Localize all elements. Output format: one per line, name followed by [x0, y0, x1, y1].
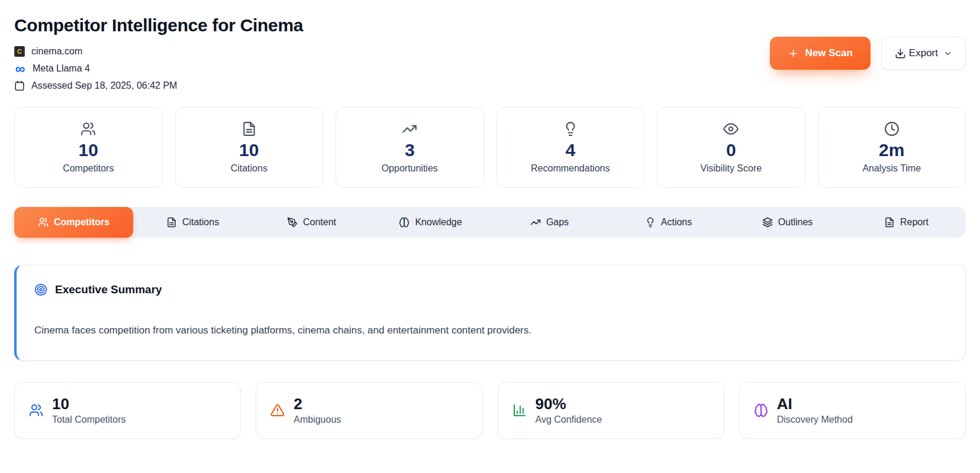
- stat-card-analysis-time: 2m Analysis Time: [818, 107, 966, 188]
- metric-text: 2 Ambiguous: [294, 396, 341, 426]
- stat-label: Competitors: [63, 163, 114, 174]
- metric-value: AI: [777, 396, 853, 413]
- metric-card-avg-confidence: 90% Avg Confidence: [498, 382, 724, 439]
- file-text-icon: [166, 217, 177, 228]
- stat-card-visibility-score: 0 Visibility Score: [657, 107, 805, 188]
- export-label: Export: [909, 47, 938, 59]
- assessed-row: Assessed Sep 18, 2025, 06:42 PM: [14, 79, 966, 92]
- stat-value: 10: [79, 141, 98, 160]
- metric-card-total-competitors: 10 Total Competitors: [14, 382, 241, 439]
- layers-icon: [762, 217, 773, 228]
- metric-value: 10: [52, 396, 126, 413]
- tab-outlines[interactable]: Outlines: [728, 207, 847, 238]
- new-scan-button[interactable]: New Scan: [770, 37, 871, 70]
- metric-text: AI Discovery Method: [777, 396, 853, 426]
- target-icon: [34, 283, 47, 296]
- meta-infinity-icon: ∞: [14, 63, 26, 74]
- users-icon: [38, 217, 49, 228]
- site-favicon-icon: C: [14, 46, 25, 57]
- dashboard-page: Competitor Intelligence for Cinema C cin…: [0, 0, 980, 439]
- model-label: Meta Llama 4: [33, 63, 90, 74]
- stat-card-citations: 10 Citations: [175, 107, 324, 188]
- tab-label: Content: [303, 217, 336, 228]
- clock-icon: [884, 121, 900, 137]
- users-icon: [80, 121, 96, 137]
- pen-tool-icon: [287, 217, 298, 228]
- stat-label: Citations: [231, 163, 267, 174]
- users-icon: [29, 403, 43, 417]
- calendar-icon: [14, 80, 25, 91]
- stat-value: 2m: [879, 141, 904, 160]
- stat-label: Opportunities: [382, 163, 438, 174]
- tab-label: Actions: [661, 217, 692, 228]
- file-text-icon: [884, 217, 895, 228]
- stat-label: Visibility Score: [700, 163, 762, 174]
- stat-value: 0: [726, 141, 736, 160]
- trending-up-icon: [402, 121, 417, 137]
- stat-value: 3: [405, 141, 415, 160]
- plus-icon: [788, 48, 799, 59]
- bar-chart-icon: [512, 403, 527, 417]
- metric-label: Ambiguous: [294, 414, 341, 425]
- tab-content[interactable]: Content: [252, 207, 371, 238]
- metric-label: Discovery Method: [777, 414, 853, 425]
- chevron-down-icon: [941, 49, 952, 58]
- metric-cards-row: 10 Total Competitors 2 Ambiguous 90% Avg…: [14, 382, 966, 439]
- stat-value: 10: [239, 141, 259, 160]
- tab-bar: Competitors Citations Content Knowledge …: [14, 207, 966, 238]
- tab-knowledge[interactable]: Knowledge: [371, 207, 490, 238]
- download-icon: [895, 48, 906, 59]
- header-actions: New Scan Export: [770, 37, 966, 70]
- metric-text: 90% Avg Confidence: [536, 396, 602, 426]
- tab-label: Competitors: [54, 217, 109, 228]
- trending-up-icon: [530, 217, 541, 228]
- tab-label: Knowledge: [415, 217, 462, 228]
- metric-value: 2: [294, 396, 341, 413]
- executive-summary-title: Executive Summary: [55, 283, 162, 296]
- lightbulb-icon: [563, 121, 578, 137]
- brain-icon: [399, 217, 410, 228]
- tab-label: Gaps: [546, 217, 569, 228]
- metric-text: 10 Total Competitors: [52, 396, 126, 426]
- tab-citations[interactable]: Citations: [133, 207, 252, 238]
- metric-label: Total Competitors: [52, 414, 126, 425]
- stat-card-competitors: 10 Competitors: [14, 107, 163, 188]
- new-scan-label: New Scan: [805, 47, 853, 59]
- stat-cards-row: 10 Competitors 10 Citations 3 Opportunit…: [14, 107, 966, 188]
- stat-card-opportunities: 3 Opportunities: [336, 107, 484, 188]
- stat-label: Recommendations: [531, 163, 610, 174]
- tab-label: Report: [900, 217, 929, 228]
- executive-summary-card: Executive Summary Cinema faces competiti…: [14, 265, 966, 361]
- metric-card-discovery-method: AI Discovery Method: [739, 382, 966, 439]
- metric-label: Avg Confidence: [536, 414, 602, 425]
- export-button[interactable]: Export: [881, 37, 966, 70]
- site-link[interactable]: cinema.com: [31, 46, 82, 57]
- page-title: Competitor Intelligence for Cinema: [14, 15, 966, 35]
- assessed-label: Assessed Sep 18, 2025, 06:42 PM: [31, 80, 177, 91]
- lightbulb-icon: [645, 217, 656, 228]
- alert-triangle-icon: [270, 403, 285, 417]
- file-text-icon: [241, 121, 257, 137]
- executive-summary-body: Cinema faces competition from various ti…: [34, 325, 947, 336]
- tab-report[interactable]: Report: [847, 207, 966, 238]
- eye-icon: [723, 121, 739, 137]
- tab-actions[interactable]: Actions: [609, 207, 728, 238]
- stat-label: Analysis Time: [862, 163, 921, 174]
- tab-label: Outlines: [778, 217, 813, 228]
- stat-card-recommendations: 4 Recommendations: [497, 107, 645, 188]
- brain-icon: [754, 403, 768, 417]
- tab-gaps[interactable]: Gaps: [490, 207, 609, 238]
- tab-competitors[interactable]: Competitors: [14, 207, 133, 238]
- stat-value: 4: [565, 141, 575, 160]
- metric-card-ambiguous: 2 Ambiguous: [256, 382, 482, 439]
- metric-value: 90%: [536, 396, 602, 413]
- tab-label: Citations: [182, 217, 219, 228]
- executive-summary-header: Executive Summary: [34, 283, 947, 296]
